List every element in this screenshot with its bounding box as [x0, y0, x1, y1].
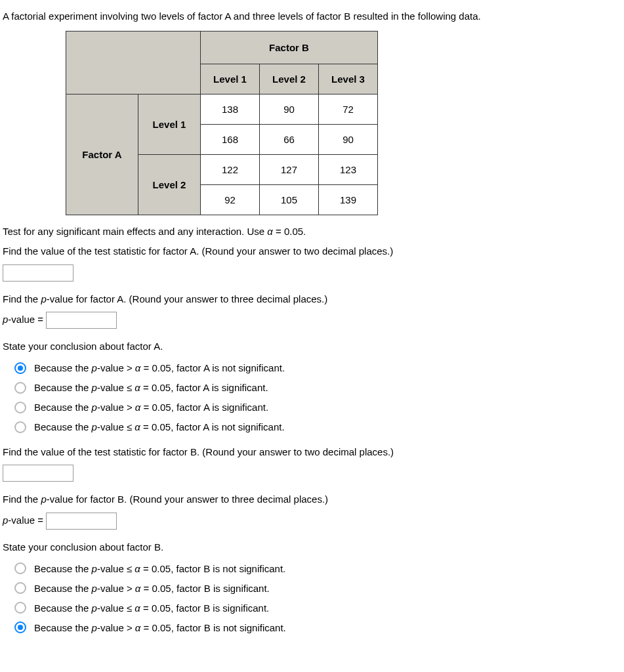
factor-b-option-1-label: Because the p-value > α = 0.05, factor B…: [34, 583, 270, 594]
factor-b-option-1[interactable]: Because the p-value > α = 0.05, factor B…: [3, 579, 621, 597]
factor-a-option-1[interactable]: Because the p-value ≤ α = 0.05, factor A…: [3, 379, 621, 396]
blank-header: [66, 31, 201, 94]
factor-a-pvalue-input[interactable]: [46, 312, 117, 329]
cell-3-1: 105: [260, 184, 319, 215]
factor-a-test-stat-prompt: Find the value of the test statistic for…: [3, 244, 621, 259]
col-header-2: Level 2: [260, 64, 319, 94]
factor-a-conclusion-prompt: State your conclusion about factor A.: [3, 339, 621, 354]
intro-text: A factorial experiment involving two lev…: [3, 9, 621, 24]
cell-0-1: 90: [260, 94, 319, 124]
instruction-text: Test for any significant main effects an…: [3, 224, 621, 240]
factor-b-option-2[interactable]: Because the p-value ≤ α = 0.05, factor B…: [3, 599, 621, 616]
cell-2-0: 122: [201, 154, 260, 184]
cell-0-0: 138: [201, 94, 260, 124]
radio-icon: [14, 562, 26, 574]
col-header-3: Level 3: [319, 64, 378, 94]
factor-b-test-stat-input[interactable]: [3, 465, 73, 482]
radio-icon: [14, 362, 26, 374]
factor-a-header: Factor A: [66, 94, 138, 215]
factor-b-pvalue-input[interactable]: [46, 513, 117, 530]
factor-a-option-1-label: Because the p-value ≤ α = 0.05, factor A…: [34, 382, 268, 393]
factor-b-radio-group: Because the p-value ≤ α = 0.05, factor B…: [3, 560, 621, 636]
factor-b-conclusion-prompt: State your conclusion about factor B.: [3, 540, 621, 555]
factor-a-option-3[interactable]: Because the p-value ≤ α = 0.05, factor A…: [3, 419, 621, 436]
instruction-span: Test for any significant main effects an…: [3, 226, 306, 237]
factor-a-option-0-label: Because the p-value > α = 0.05, factor A…: [34, 362, 285, 373]
data-table: Factor B Level 1 Level 2 Level 3 Factor …: [66, 31, 378, 215]
cell-3-0: 92: [201, 184, 260, 215]
factor-b-option-3[interactable]: Because the p-value > α = 0.05, factor B…: [3, 619, 621, 636]
factor-b-pvalue-prompt-text: Find the p-value for factor B. (Round yo…: [3, 494, 328, 505]
factor-a-option-3-label: Because the p-value ≤ α = 0.05, factor A…: [34, 421, 285, 432]
cell-0-2: 72: [319, 94, 378, 124]
radio-icon: [14, 421, 26, 433]
factor-b-pvalue-prompt: Find the p-value for factor B. (Round yo…: [3, 492, 621, 507]
factor-b-header: Factor B: [201, 31, 378, 64]
factor-a-pvalue-prompt-text: Find the p-value for factor A. (Round yo…: [3, 293, 327, 304]
factor-a-test-stat-input[interactable]: [3, 264, 73, 282]
factor-a-option-2[interactable]: Because the p-value > α = 0.05, factor A…: [3, 399, 621, 416]
row-header-1: Level 1: [138, 94, 201, 154]
row-header-2: Level 2: [138, 154, 201, 215]
cell-1-1: 66: [260, 124, 319, 154]
cell-1-0: 168: [201, 124, 260, 154]
factor-b-test-stat-prompt: Find the value of the test statistic for…: [3, 445, 621, 460]
radio-icon: [14, 582, 26, 594]
cell-1-2: 90: [319, 124, 378, 154]
radio-icon: [14, 621, 26, 633]
data-table-wrap: Factor B Level 1 Level 2 Level 3 Factor …: [66, 31, 621, 215]
radio-icon: [14, 402, 26, 413]
radio-icon: [14, 382, 26, 394]
factor-b-pvalue-label: p-value =: [3, 514, 46, 525]
cell-2-2: 123: [319, 154, 378, 184]
factor-a-pvalue-prompt: Find the p-value for factor A. (Round yo…: [3, 292, 621, 307]
factor-a-option-2-label: Because the p-value > α = 0.05, factor A…: [34, 402, 268, 413]
col-header-1: Level 1: [201, 64, 260, 94]
factor-b-option-3-label: Because the p-value > α = 0.05, factor B…: [34, 622, 286, 633]
factor-a-radio-group: Because the p-value > α = 0.05, factor A…: [3, 360, 621, 436]
cell-3-2: 139: [319, 184, 378, 215]
factor-b-option-0-label: Because the p-value ≤ α = 0.05, factor B…: [34, 563, 285, 574]
radio-icon: [14, 602, 26, 614]
factor-b-option-0[interactable]: Because the p-value ≤ α = 0.05, factor B…: [3, 560, 621, 577]
factor-b-option-2-label: Because the p-value ≤ α = 0.05, factor B…: [34, 602, 269, 614]
cell-2-1: 127: [260, 154, 319, 184]
factor-a-option-0[interactable]: Because the p-value > α = 0.05, factor A…: [3, 360, 621, 377]
factor-a-pvalue-label: p-value =: [3, 314, 46, 325]
